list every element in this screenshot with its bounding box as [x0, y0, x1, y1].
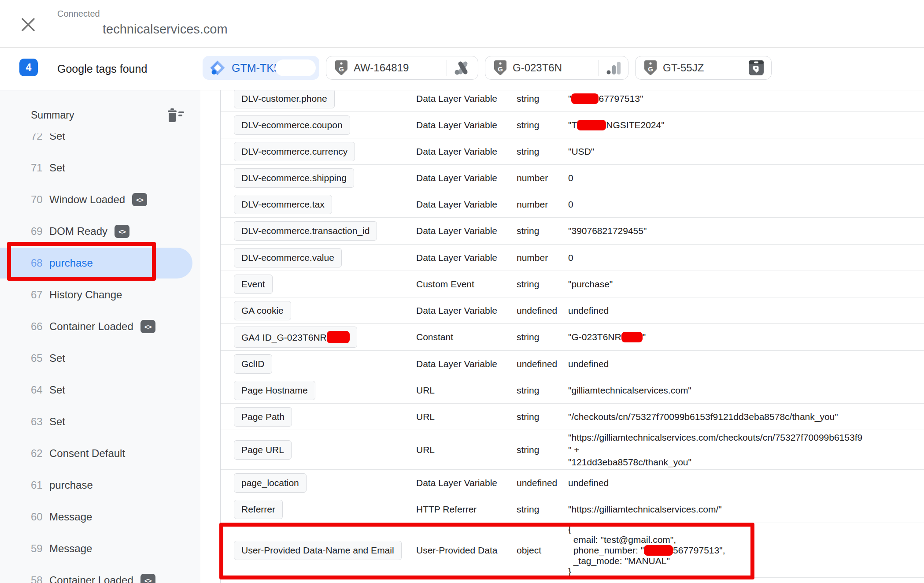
variable-name-cell: Page Path: [234, 407, 416, 427]
event-number: 62: [31, 447, 49, 460]
variable-type: URL: [416, 445, 517, 455]
variable-name-pill[interactable]: Event: [234, 275, 273, 294]
variable-name-pill[interactable]: GclID: [234, 354, 272, 374]
svg-text:G: G: [648, 65, 653, 73]
variable-name-pill[interactable]: DLV-ecommerce.coupon: [234, 115, 350, 135]
variable-name-pill[interactable]: DLV-ecommerce.value: [234, 248, 342, 267]
variable-name-pill[interactable]: Page Path: [234, 407, 292, 427]
value-line: undefined: [568, 477, 919, 489]
table-row: Referrer HTTP Referrer string "https://g…: [221, 496, 924, 523]
variables-table: DLV-customer.phone Data Layer Variable s…: [221, 90, 924, 578]
event-label: DOM Ready: [49, 225, 107, 238]
event-number: 64: [31, 384, 49, 396]
chip-divider: [599, 60, 599, 76]
value-line: "/checkouts/cn/75327f70099b6153f9121dd3e…: [568, 411, 919, 423]
variable-name-pill[interactable]: User-Provided Data-Name and Email: [234, 541, 402, 560]
sidebar-event-item[interactable]: 60 Message: [0, 501, 200, 533]
variable-type: Constant: [416, 332, 517, 342]
sidebar-event-item[interactable]: 67 History Change: [0, 279, 200, 311]
sidebar-event-item[interactable]: 63 Set: [0, 406, 200, 438]
tags-count-badge: 4: [19, 59, 38, 76]
connection-status: Connected: [57, 9, 100, 19]
variable-name-pill[interactable]: Page URL: [234, 440, 292, 460]
value-line: 0: [568, 252, 919, 264]
variable-type: Data Layer Variable: [416, 93, 517, 104]
variable-type: User-Provided Data: [416, 545, 517, 556]
event-number: 63: [31, 416, 49, 428]
tag-chip-ga4[interactable]: G G-023T6N: [485, 56, 628, 80]
chip-divider: [741, 60, 741, 76]
value-type: number: [517, 173, 568, 183]
event-number: 58: [31, 574, 49, 583]
tag-chip-aw[interactable]: G AW-164819: [326, 56, 478, 80]
variable-value: 0: [568, 252, 924, 264]
variable-type: Data Layer Variable: [416, 173, 517, 183]
variable-value: 0: [568, 172, 924, 184]
sidebar-event-item[interactable]: 65 Set: [0, 342, 200, 374]
variable-name-cell: Event: [234, 275, 416, 294]
event-label: purchase: [49, 257, 93, 269]
variable-name-pill[interactable]: DLV-ecommerce.tax: [234, 195, 332, 214]
tag-chip-gtm[interactable]: GTM-TK5: [203, 56, 319, 80]
variable-name-pill[interactable]: GA4 ID_G-023T6NR: [234, 327, 357, 348]
variable-name-pill[interactable]: DLV-customer.phone: [234, 90, 335, 108]
variable-value: "gilliamtechnicalservices.com": [568, 384, 924, 397]
sidebar-event-item[interactable]: 64 Set: [0, 374, 200, 406]
redaction-box: [621, 332, 643, 342]
event-number: 72: [31, 134, 49, 142]
value-line: undefined: [568, 358, 919, 370]
value-type: number: [517, 199, 568, 210]
variable-name-pill[interactable]: page_location: [234, 473, 307, 493]
variable-name-cell: DLV-ecommerce.shipping: [234, 168, 416, 188]
table-row: Event Custom Event string "purchase": [221, 271, 924, 297]
variable-name-pill[interactable]: GA cookie: [234, 301, 291, 320]
redaction-box: [644, 545, 673, 556]
sidebar-event-item[interactable]: 68 purchase: [0, 247, 200, 279]
event-number: 69: [31, 225, 49, 238]
sidebar-event-item[interactable]: 72 Set: [0, 134, 200, 152]
event-list: 72 Set 71 Set 70 Window Loaded 69 DOM Re…: [0, 134, 200, 583]
table-row: Page Path URL string "/checkouts/cn/7532…: [221, 404, 924, 430]
variable-name-pill[interactable]: Page Hostname: [234, 381, 315, 400]
close-icon[interactable]: [19, 16, 37, 33]
event-number: 65: [31, 352, 49, 364]
variable-name-pill[interactable]: Referrer: [234, 500, 283, 519]
value-line: "TNGSITE2024": [568, 119, 919, 131]
variable-name-cell: GA cookie: [234, 301, 416, 320]
variable-name-cell: Page URL: [234, 440, 416, 460]
variable-value: "https://gilliamtechnicalservices.com/ch…: [568, 431, 924, 468]
sidebar-event-item[interactable]: 71 Set: [0, 152, 200, 184]
tag-chip-gt[interactable]: G GT-55JZ: [635, 56, 772, 80]
variable-type: URL: [416, 412, 517, 422]
variable-name-pill[interactable]: DLV-ecommerce.shipping: [234, 168, 354, 188]
event-label: purchase: [49, 479, 93, 491]
variable-name-pill[interactable]: DLV-ecommerce.currency: [234, 142, 355, 161]
variable-name-cell: DLV-ecommerce.tax: [234, 195, 416, 214]
google-tag-price-icon: G: [335, 60, 347, 75]
value-type: undefined: [517, 359, 568, 369]
variable-value: "67797513": [568, 93, 924, 105]
value-type: string: [517, 385, 568, 396]
sidebar-event-item[interactable]: 70 Window Loaded: [0, 184, 200, 215]
code-icon: [140, 574, 155, 583]
sidebar-event-item[interactable]: 58 Container Loaded: [0, 564, 200, 583]
sidebar-event-item[interactable]: 66 Container Loaded: [0, 311, 200, 342]
value-type: undefined: [517, 478, 568, 488]
event-label: Set: [49, 134, 65, 142]
event-number: 59: [31, 542, 49, 555]
value-line: "39076821729455": [568, 225, 919, 237]
value-type: number: [517, 253, 568, 263]
sidebar-event-item[interactable]: 69 DOM Ready: [0, 215, 200, 247]
variable-value: "/checkouts/cn/75327f70099b6153f9121dd3e…: [568, 411, 924, 423]
event-label: Message: [49, 511, 92, 523]
sidebar-event-item[interactable]: 59 Message: [0, 533, 200, 564]
table-row: Page URL URL string "https://gilliamtech…: [221, 430, 924, 470]
sidebar-event-item[interactable]: 62 Consent Default: [0, 438, 200, 469]
value-line: "G-023T6NR": [568, 331, 919, 343]
clear-list-icon[interactable]: [166, 108, 185, 123]
value-type: string: [517, 146, 568, 157]
variable-value: undefined: [568, 358, 924, 370]
event-number: 70: [31, 193, 49, 206]
variable-name-pill[interactable]: DLV-ecommerce.transaction_id: [234, 221, 377, 241]
sidebar-event-item[interactable]: 61 purchase: [0, 469, 200, 501]
